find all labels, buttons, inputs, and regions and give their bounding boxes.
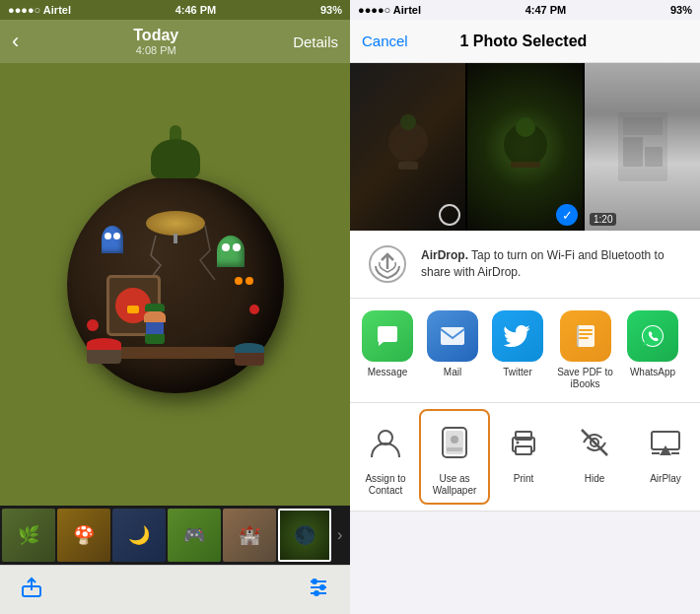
- share-icon: [20, 576, 43, 605]
- app-twitter[interactable]: Twitter: [488, 310, 547, 378]
- airdrop-description: AirDrop. Tap to turn on Wi-Fi and Blueto…: [421, 247, 684, 281]
- thumb-1[interactable]: 🌿: [2, 509, 55, 562]
- svg-rect-22: [579, 337, 589, 339]
- share-button[interactable]: [20, 576, 43, 605]
- mushroom-blue: [235, 348, 264, 366]
- wallpaper-label: Use as Wallpaper: [421, 473, 488, 497]
- ibooks-label: Save PDF to iBooks: [553, 367, 617, 390]
- left-nav-bar: ‹ Today 4:08 PM Details: [0, 20, 350, 63]
- thumb-4[interactable]: 🎮: [168, 509, 221, 562]
- hide-icon: [569, 417, 620, 468]
- mushroom-red: [87, 344, 121, 364]
- svg-rect-29: [447, 447, 462, 451]
- right-status-bar: ●●●●○ Airtel 4:47 PM 93%: [350, 0, 700, 20]
- berry-red-2: [249, 305, 259, 314]
- adjust-icon: [307, 576, 330, 605]
- svg-rect-12: [511, 162, 540, 168]
- action-assign-contact[interactable]: Assign to Contact: [350, 411, 421, 503]
- photo-title-block: Today 4:08 PM: [133, 27, 178, 56]
- airdrop-icon[interactable]: [366, 242, 409, 286]
- thumb-3[interactable]: 🌙: [112, 509, 166, 562]
- svg-rect-20: [579, 329, 593, 331]
- left-status-bar: ●●●●○ Airtel 4:46 PM 93%: [0, 0, 350, 20]
- artwork: [47, 147, 304, 423]
- selection-title: 1 Photo Selected: [459, 33, 587, 50]
- details-button[interactable]: Details: [293, 34, 338, 50]
- message-icon: [362, 310, 413, 362]
- app-mail[interactable]: Mail: [423, 310, 482, 378]
- svg-rect-16: [623, 117, 663, 135]
- cancel-button[interactable]: Cancel: [362, 33, 408, 49]
- airdrop-section: AirDrop. Tap to turn on Wi-Fi and Blueto…: [350, 231, 700, 299]
- ghost-blue: [102, 226, 123, 253]
- left-battery: 93%: [320, 4, 342, 16]
- svg-rect-8: [398, 162, 418, 170]
- photo-thumb-1[interactable]: [350, 63, 465, 231]
- assign-contact-label: Assign to Contact: [350, 473, 421, 497]
- photo-title: Today: [133, 27, 178, 44]
- bomb-body: [67, 176, 284, 393]
- svg-point-11: [516, 117, 535, 137]
- action-use-wallpaper[interactable]: Use as Wallpaper: [419, 409, 490, 505]
- left-bottom-toolbar: [0, 565, 350, 614]
- app-message[interactable]: Message: [358, 310, 417, 378]
- svg-rect-21: [579, 333, 593, 335]
- right-carrier: ●●●●○ Airtel: [358, 4, 421, 16]
- svg-rect-14: [623, 137, 643, 167]
- action-hide[interactable]: Hide: [559, 411, 630, 491]
- twitter-label: Twitter: [503, 367, 531, 378]
- airplay-icon: [640, 417, 691, 468]
- bomb-cap: [151, 139, 200, 178]
- svg-point-25: [379, 431, 392, 444]
- thumb-2[interactable]: 🍄: [57, 509, 110, 562]
- duration-badge: 1:20: [590, 213, 616, 226]
- photo-thumb-2[interactable]: ✓: [467, 63, 583, 231]
- right-battery: 93%: [670, 4, 692, 16]
- svg-rect-32: [516, 446, 531, 454]
- mail-label: Mail: [444, 367, 461, 378]
- assign-contact-icon: [360, 417, 411, 468]
- svg-rect-18: [441, 327, 464, 345]
- right-panel: ●●●●○ Airtel 4:47 PM 93% Cancel 1 Photo …: [350, 0, 700, 614]
- left-time: 4:46 PM: [175, 4, 217, 16]
- action-row: Assign to Contact Use as Wallpaper: [350, 403, 700, 512]
- message-label: Message: [368, 367, 408, 378]
- print-label: Print: [514, 473, 534, 485]
- sparkle-eyes: [235, 275, 254, 287]
- selected-checkmark: ✓: [556, 204, 578, 226]
- svg-point-5: [320, 585, 324, 589]
- wallpaper-icon: [429, 417, 480, 468]
- mail-icon: [427, 310, 478, 362]
- whatsapp-label: WhatsApp: [630, 367, 675, 378]
- svg-point-6: [315, 591, 318, 595]
- select-circle-1: [439, 204, 460, 226]
- ghost-green: [217, 236, 245, 267]
- airplay-label: AirPlay: [650, 473, 681, 485]
- ibooks-icon: [560, 310, 611, 362]
- app-ibooks[interactable]: Save PDF to iBooks: [553, 310, 617, 390]
- photo-main-view: [0, 63, 350, 506]
- photo-subtitle: 4:08 PM: [133, 44, 178, 56]
- svg-point-28: [451, 436, 458, 443]
- action-airplay[interactable]: AirPlay: [630, 411, 700, 491]
- share-apps-row: Message Mail Twitter: [350, 299, 700, 403]
- back-button[interactable]: ‹: [12, 29, 19, 54]
- berry-red-1: [87, 319, 99, 331]
- photo-thumb-3[interactable]: 1:20: [585, 63, 700, 231]
- left-carrier: ●●●●○ Airtel: [8, 4, 71, 16]
- svg-point-33: [517, 442, 520, 444]
- action-print[interactable]: Print: [488, 411, 559, 491]
- thumb-chevron-icon: ›: [333, 526, 346, 544]
- character-luigi: [144, 310, 166, 344]
- photos-grid: ✓ 1:20: [350, 63, 700, 231]
- right-nav-bar: Cancel 1 Photo Selected: [350, 20, 700, 63]
- adjust-button[interactable]: [307, 576, 330, 605]
- left-panel: ●●●●○ Airtel 4:46 PM 93% ‹ Today 4:08 PM…: [0, 0, 350, 614]
- svg-point-9: [400, 114, 416, 130]
- thumbnails-strip: 🌿 🍄 🌙 🎮 🏰 🌑 ›: [0, 506, 350, 565]
- thumb-active[interactable]: 🌑: [278, 509, 331, 562]
- hide-label: Hide: [585, 473, 605, 485]
- svg-rect-23: [577, 325, 579, 347]
- app-whatsapp[interactable]: WhatsApp: [623, 310, 682, 378]
- thumb-5[interactable]: 🏰: [223, 509, 276, 562]
